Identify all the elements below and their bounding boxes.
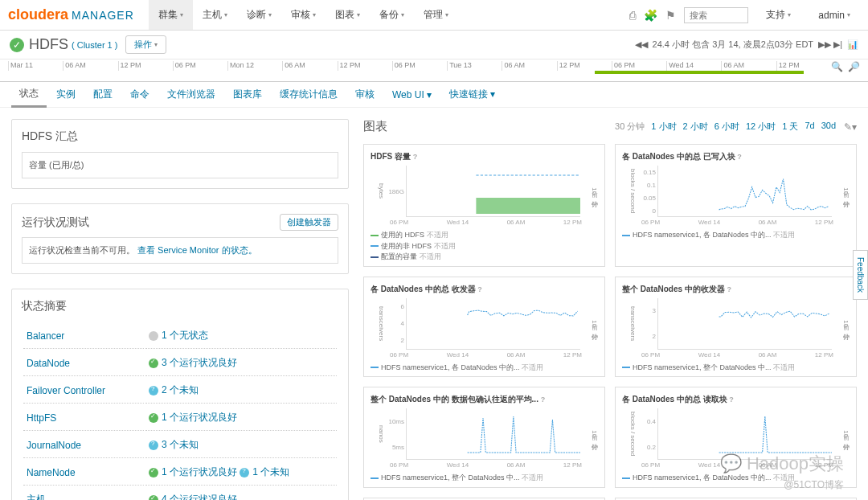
- tab-5[interactable]: 图表库: [225, 83, 270, 106]
- tab-7[interactable]: 审核: [347, 83, 383, 106]
- status-row: Balancer1 个无状态: [23, 323, 337, 349]
- range-30d[interactable]: 30d: [821, 121, 836, 133]
- tab-0[interactable]: 状态: [11, 82, 47, 108]
- role-link[interactable]: DataNode: [27, 358, 70, 369]
- time-rewind-icon[interactable]: ◀◀: [635, 39, 648, 50]
- range-6 小时[interactable]: 6 小时: [714, 121, 739, 133]
- edit-charts-icon[interactable]: ✎▾: [844, 121, 857, 133]
- status-row: DataNode3 个运行状况良好: [23, 350, 337, 376]
- range-1 小时[interactable]: 1 小时: [651, 121, 676, 133]
- range-1 天[interactable]: 1 天: [782, 121, 798, 133]
- chart-card[interactable]: 各 DataNodes 中的总 已写入块 ?blocks / second0.1…: [615, 144, 857, 267]
- nav-群集[interactable]: 群集▾: [149, 0, 193, 30]
- time-forward-icon[interactable]: ▶▶ ▶|: [818, 39, 842, 50]
- range-7d[interactable]: 7d: [805, 121, 814, 133]
- tab-2[interactable]: 配置: [85, 83, 121, 106]
- range-30 分钟[interactable]: 30 分钟: [615, 121, 645, 133]
- role-link[interactable]: NameNode: [27, 467, 76, 478]
- logo-cloudera: cloudera: [8, 6, 68, 23]
- top-nav: 群集▾主机▾诊断▾审核▾图表▾备份▾管理▾: [149, 0, 458, 30]
- role-link[interactable]: JournalNode: [27, 440, 81, 451]
- parcel-icon[interactable]: 🧩: [644, 9, 657, 22]
- actions-button[interactable]: 操作▾: [125, 35, 166, 54]
- chart-card[interactable]: 整个 DataNodes 中的 发送网络隔止数据包的... ?1ms: [363, 498, 605, 501]
- chart-card[interactable]: 各 DataNodes 中的总 读取块 ?blocks / second0.40…: [615, 387, 857, 488]
- health-title: 运行状况测试: [22, 215, 89, 230]
- logo[interactable]: cloudera MANAGER: [8, 6, 134, 23]
- time-range-text: 24.4 小时 包含 3月 14, 凌晨2点03分 EDT: [653, 39, 814, 51]
- nav-诊断[interactable]: 诊断▾: [237, 0, 281, 30]
- health-message: 运行状况检查当前不可用。 查看 Service Monitor 的状态。: [22, 237, 338, 264]
- tab-1[interactable]: 实例: [48, 83, 84, 106]
- health-panel: 运行状况测试 创建触发器 运行状况检查当前不可用。 查看 Service Mon…: [11, 203, 349, 274]
- feedback-tab[interactable]: Feedback: [853, 250, 868, 300]
- chart-card[interactable]: 整个 DataNodes 中的 磁盘刷新... ?0.15: [615, 498, 857, 501]
- tab-6[interactable]: 缓存统计信息: [272, 83, 346, 106]
- flag-icon[interactable]: ⚑: [665, 9, 676, 22]
- support-menu[interactable]: 支持▾: [756, 8, 800, 22]
- cluster-link[interactable]: ( Cluster 1 ): [72, 40, 117, 50]
- status-row: 主机4 个运行状况良好: [23, 487, 337, 500]
- service-monitor-link[interactable]: 查看 Service Monitor 的状态。: [137, 245, 257, 255]
- tab-4[interactable]: 文件浏览器: [159, 83, 223, 106]
- chart-card[interactable]: HDFS 容量 ?bytes186G前 10 分钟06 PMWed 1406 A…: [363, 144, 605, 267]
- nav-图表[interactable]: 图表▾: [326, 0, 370, 30]
- role-link[interactable]: Failover Controller: [27, 385, 105, 396]
- search-input[interactable]: [684, 7, 748, 23]
- create-trigger-button[interactable]: 创建触发器: [280, 214, 338, 231]
- nav-管理[interactable]: 管理▾: [414, 0, 458, 30]
- service-name: HDFS: [29, 36, 68, 53]
- svg-rect-0: [476, 198, 580, 214]
- range-12 小时[interactable]: 12 小时: [746, 121, 776, 133]
- status-row: Failover Controller2 个未知: [23, 378, 337, 404]
- nav-审核[interactable]: 审核▾: [281, 0, 326, 30]
- chart-icon[interactable]: 📊: [847, 39, 858, 50]
- tab-9[interactable]: 快速链接 ▾: [441, 83, 503, 106]
- top-bar: cloudera MANAGER 群集▾主机▾诊断▾审核▾图表▾备份▾管理▾ ⎙…: [0, 0, 868, 31]
- summary-title: HDFS 汇总: [22, 129, 338, 144]
- range-2 小时[interactable]: 2 小时: [683, 121, 708, 133]
- sub-tabs: 状态实例配置命令文件浏览器图表库缓存统计信息审核Web UI ▾快速链接 ▾: [0, 82, 868, 108]
- service-header: ✓ HDFS ( Cluster 1 ) 操作▾ ◀◀ 24.4 小时 包含 3…: [0, 31, 868, 59]
- nav-主机[interactable]: 主机▾: [193, 0, 237, 30]
- chart-card[interactable]: 整个 DataNodes 中的收发器 ?transceivers32前 10 分…: [615, 277, 857, 378]
- status-summary-title: 状态摘要: [22, 299, 338, 314]
- charts-title: 图表: [363, 119, 387, 134]
- tab-3[interactable]: 命令: [122, 83, 158, 106]
- zoom-out-icon[interactable]: 🔎: [848, 61, 860, 72]
- summary-panel: HDFS 汇总 容量 (已用/总): [11, 119, 349, 189]
- admin-menu[interactable]: admin▾: [809, 10, 860, 21]
- chart-card[interactable]: 整个 DataNodes 中的 数据包确认往返的平均... ?nanos10ms…: [363, 387, 605, 488]
- role-link[interactable]: Balancer: [27, 330, 64, 342]
- status-ok-icon: ✓: [10, 38, 24, 52]
- capacity-label: 容量 (已用/总): [22, 152, 338, 178]
- logo-manager: MANAGER: [72, 9, 134, 22]
- role-link[interactable]: HttpFS: [27, 412, 56, 424]
- time-range-picker: 30 分钟1 小时2 小时6 小时12 小时1 天7d30d: [615, 121, 836, 133]
- timeline-selection: [595, 71, 804, 74]
- zoom-in-icon[interactable]: 🔍: [831, 61, 843, 72]
- status-row: JournalNode3 个未知: [23, 432, 337, 458]
- status-row: HttpFS1 个运行状况良好: [23, 405, 337, 431]
- timeline[interactable]: Mar 1106 AM12 PM06 PMMon 1206 AM12 PM06 …: [0, 59, 868, 82]
- chart-card[interactable]: 各 DataNodes 中的总 收发器 ?transceivers642前 10…: [363, 277, 605, 378]
- nav-备份[interactable]: 备份▾: [370, 0, 414, 30]
- status-row: NameNode1 个运行状况良好 1 个未知: [23, 460, 337, 486]
- print-icon[interactable]: ⎙: [629, 9, 636, 22]
- role-link[interactable]: 主机: [27, 494, 46, 500]
- tab-8[interactable]: Web UI ▾: [384, 84, 440, 105]
- status-summary-panel: 状态摘要 Balancer1 个无状态DataNode3 个运行状况良好Fail…: [11, 289, 349, 500]
